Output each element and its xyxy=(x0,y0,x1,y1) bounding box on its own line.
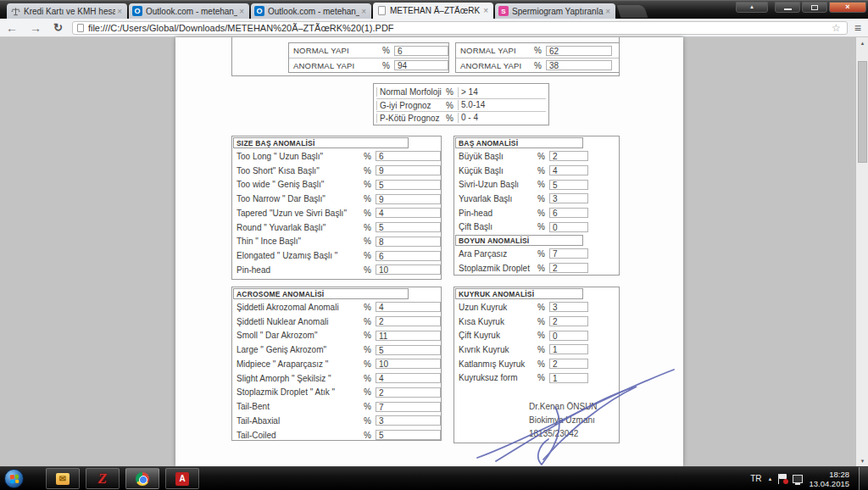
tab-spermiogram[interactable]: S Spermiogram Yaptıranla × xyxy=(495,3,615,19)
percent-sign: % xyxy=(364,331,376,340)
back-button[interactable]: ← xyxy=(0,22,24,34)
field-label: Çift Başlı xyxy=(454,222,537,231)
field-label: Normal Morfoloji xyxy=(376,87,446,97)
menu-icon[interactable]: ≡ xyxy=(853,21,868,35)
pdf-viewer: NORMAL YAPI % 6 ANORMAL YAPI % 94 xyxy=(0,37,868,466)
tab-title: Spermiogram Yaptıranla xyxy=(512,7,604,16)
field-label: Pin-head xyxy=(232,265,364,275)
tab-close-icon[interactable]: × xyxy=(237,7,246,16)
field-label: Pin-head xyxy=(454,209,537,218)
show-desktop-button[interactable] xyxy=(859,467,868,490)
scales-icon xyxy=(10,6,20,16)
language-indicator[interactable]: TR xyxy=(750,474,761,483)
field-value: 2 xyxy=(376,387,441,398)
bookmark-star-icon[interactable]: ☆ xyxy=(830,22,843,34)
taskbar-chrome-button[interactable] xyxy=(125,468,159,489)
percent-sign: % xyxy=(364,416,376,426)
percent-sign: % xyxy=(364,345,376,354)
minimize-icon xyxy=(784,8,792,10)
field-value: 5 xyxy=(376,222,441,232)
field-value: 7 xyxy=(549,248,588,259)
tab-title: METEHAN Ã–ZTÃœRK (1) xyxy=(390,6,481,15)
tab-close-icon[interactable]: × xyxy=(115,7,124,16)
forward-button[interactable]: → xyxy=(24,22,47,34)
reload-button[interactable]: ↻ xyxy=(47,22,69,34)
field-row: G-iyi Prognoz % 5.0-14 xyxy=(376,98,546,111)
field-label: Round " Yuvarlak Başlı" xyxy=(232,223,364,232)
tab-outlook-1[interactable]: O Outlook.com - metehan_ × xyxy=(129,3,249,19)
field-row: Kısa Kuyruk % 2 xyxy=(454,315,619,329)
field-value: 9 xyxy=(376,165,441,175)
taskbar-z-app-button[interactable]: Z xyxy=(86,468,120,489)
clock[interactable]: 18:28 13.04.2015 xyxy=(809,470,849,488)
scroll-down-icon[interactable]: ▼ xyxy=(856,455,868,466)
field-row: Smoll " Dar Akrozom" % 11 xyxy=(232,329,441,343)
field-value: 11 xyxy=(376,331,441,341)
window-controls: ▲ × xyxy=(736,2,866,13)
field-row: ANORMAL YAPI % 38 xyxy=(456,58,619,72)
network-icon[interactable] xyxy=(793,475,803,483)
field-row: Sivri-Uzun Başlı % 5 xyxy=(454,177,619,192)
field-value: 0 xyxy=(549,222,588,232)
panel-button[interactable]: ▲ xyxy=(736,2,768,13)
hidden-icons-chevron[interactable]: ▲ xyxy=(768,476,773,482)
scroll-up-icon[interactable]: ▲ xyxy=(856,37,868,48)
pink-site-icon: S xyxy=(498,6,509,16)
field-label: Tapered "Uzun ve Sivri Başlı" xyxy=(232,209,364,218)
tab-close-icon[interactable]: × xyxy=(359,7,368,16)
field-label: Şiddetli Akrozomal Anomali xyxy=(232,303,364,312)
field-label: Büyük Başlı xyxy=(454,152,537,161)
field-value: 6 xyxy=(394,46,448,56)
restore-button[interactable] xyxy=(802,2,827,13)
taskbar: ✉ Z A TR ▲ 18:28 13.04.2015 xyxy=(0,466,868,490)
field-value: 94 xyxy=(394,60,448,70)
field-label: Kısa Kuyruk xyxy=(454,317,537,326)
tab-outlook-2[interactable]: O Outlook.com - metehan_ × xyxy=(251,3,371,19)
browser-toolbar: ← → ↻ file:///C:/Users/Global/Downloads/… xyxy=(0,19,868,37)
field-value: 3 xyxy=(549,193,588,203)
url-text[interactable]: file:///C:/Users/Global/Downloads/METEHA… xyxy=(88,23,830,33)
field-label: Ara Parçasız xyxy=(454,249,537,259)
tab-close-icon[interactable]: × xyxy=(604,7,612,16)
percent-sign: % xyxy=(364,431,376,440)
percent-sign: % xyxy=(364,237,376,246)
start-button[interactable] xyxy=(4,469,24,488)
field-row: Too Short" Kısa Başlı" % 9 xyxy=(232,164,441,178)
tab-metehan-pdf[interactable]: METEHAN Ã–ZTÃœRK (1) × xyxy=(373,3,493,19)
address-bar[interactable]: file:///C:/Users/Global/Downloads/METEHA… xyxy=(72,21,848,35)
percent-sign: % xyxy=(537,345,549,354)
panel-arrow-icon: ▲ xyxy=(749,3,754,11)
percent-sign: % xyxy=(537,264,549,273)
field-value: 5.0-14 xyxy=(458,100,544,110)
minimize-button[interactable] xyxy=(775,2,800,13)
field-row: Yuvarlak Başlı % 3 xyxy=(454,192,619,206)
field-row: ANORMAL YAPI % 94 xyxy=(289,58,448,72)
field-value: 7 xyxy=(376,402,441,412)
taskbar-outlook-button[interactable]: ✉ xyxy=(46,468,80,489)
section-header: KUYRUK ANOMALİSİ xyxy=(455,288,583,299)
new-tab-button[interactable] xyxy=(617,5,648,18)
field-label: Midpiece " Araparçasız " xyxy=(232,359,364,369)
action-center-flag-icon[interactable] xyxy=(778,474,787,484)
tab-kredi-karti[interactable]: Kredi Kartı ve KMH hesab × xyxy=(7,3,127,19)
field-value: 5 xyxy=(376,345,441,355)
vertical-scrollbar[interactable]: ▲ ▼ xyxy=(855,37,868,466)
field-label: Slight Amorph " Şekilsiz " xyxy=(232,374,364,383)
close-button[interactable]: × xyxy=(829,2,866,13)
system-tray: TR ▲ 18:28 13.04.2015 xyxy=(750,467,868,490)
adobe-reader-icon: A xyxy=(175,472,189,486)
field-row: Şiddetli Nuklear Anomali % 2 xyxy=(232,315,441,329)
tab-title: Kredi Kartı ve KMH hesab xyxy=(24,7,115,16)
field-label: Tail-Bent xyxy=(232,402,364,411)
tab-close-icon[interactable]: × xyxy=(481,6,490,15)
percent-sign: % xyxy=(364,317,376,326)
size-bas-anomalisi-section: SIZE BAŞ ANOMALİSİ Too Long " Uzun Başlı… xyxy=(231,136,442,280)
field-value: 5 xyxy=(376,430,441,440)
scrollbar-thumb[interactable] xyxy=(858,61,867,163)
field-value: 5 xyxy=(376,180,441,190)
field-value: 2 xyxy=(549,263,588,273)
field-row: Pin-head % 10 xyxy=(232,263,441,277)
field-row: Thin " İnce Başlı" % 8 xyxy=(232,235,441,249)
percent-sign: % xyxy=(446,114,458,123)
taskbar-adobe-button[interactable]: A xyxy=(165,468,199,489)
